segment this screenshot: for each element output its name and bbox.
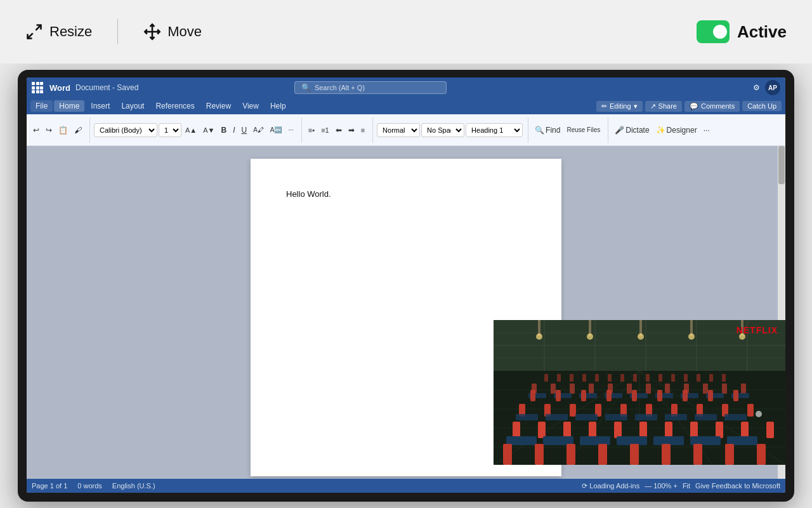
svg-rect-97 bbox=[563, 422, 571, 438]
statusbar-right: ⟳ Loading Add-ins — 100% + Fit Give Feed… bbox=[582, 482, 780, 490]
highlight-btn[interactable]: A🖍 bbox=[251, 121, 266, 139]
svg-rect-105 bbox=[766, 422, 774, 438]
word-content[interactable]: Hello World. bbox=[286, 189, 526, 199]
svg-rect-57 bbox=[722, 384, 727, 394]
netflix-scene bbox=[494, 320, 785, 465]
svg-point-122 bbox=[756, 411, 762, 417]
svg-rect-34 bbox=[570, 374, 573, 382]
comment-icon: 💬 bbox=[690, 102, 698, 110]
undo-btn[interactable]: ↩ bbox=[30, 121, 42, 139]
word-app-name: Word bbox=[49, 83, 70, 93]
format-painter-btn[interactable]: 🖌 bbox=[72, 121, 84, 139]
word-menubar: File Home Insert Layout References Revie… bbox=[27, 98, 785, 114]
svg-rect-115 bbox=[566, 444, 575, 465]
style-no-spacing[interactable]: No Spacing bbox=[421, 123, 464, 137]
reuse-files-btn[interactable]: Reuse Files bbox=[564, 121, 603, 139]
menu-file[interactable]: File bbox=[30, 100, 53, 112]
laptop-screen: Word Document - Saved 🔍 Search (Alt + Q)… bbox=[27, 77, 785, 493]
svg-rect-98 bbox=[589, 422, 596, 438]
menu-layout[interactable]: Layout bbox=[116, 100, 149, 112]
clipboard-btn[interactable]: 📋 bbox=[56, 121, 70, 139]
menu-review[interactable]: Review bbox=[201, 100, 236, 112]
catch-up-label: Catch Up bbox=[747, 102, 776, 110]
document-text[interactable]: Hello World. bbox=[286, 189, 331, 199]
svg-rect-69 bbox=[556, 390, 561, 401]
svg-rect-101 bbox=[665, 422, 672, 438]
feedback[interactable]: Give Feedback to Microsoft bbox=[695, 482, 780, 490]
user-avatar[interactable]: AP bbox=[765, 80, 780, 95]
style-heading[interactable]: Heading 1 bbox=[466, 123, 523, 137]
menu-home[interactable]: Home bbox=[54, 100, 84, 112]
top-bar-left: Resize Move bbox=[25, 19, 202, 44]
svg-rect-52 bbox=[627, 384, 632, 394]
more-options-btn[interactable]: ··· bbox=[701, 121, 712, 139]
svg-rect-76 bbox=[733, 390, 738, 401]
word-search[interactable]: 🔍 Search (Alt + Q) bbox=[294, 81, 447, 94]
align-btn[interactable]: ≡ bbox=[358, 121, 367, 139]
svg-point-15 bbox=[587, 333, 593, 340]
font-shrink-btn[interactable]: A▼ bbox=[200, 121, 217, 139]
redo-btn[interactable]: ↪ bbox=[43, 121, 55, 139]
editing-btn[interactable]: ✏ Editing ▾ bbox=[596, 101, 643, 112]
chevron-down-icon: ▾ bbox=[634, 102, 638, 110]
bold-btn[interactable]: B bbox=[218, 121, 229, 139]
active-badge: Active bbox=[697, 20, 787, 43]
font-grow-btn[interactable]: A▲ bbox=[183, 121, 199, 139]
menu-references[interactable]: References bbox=[150, 100, 199, 112]
size-selector[interactable]: 11 bbox=[159, 123, 181, 137]
svg-rect-92 bbox=[665, 414, 687, 420]
svg-rect-39 bbox=[633, 374, 637, 382]
dictate-btn[interactable]: 🎤 Dictate bbox=[612, 121, 652, 139]
font-selector[interactable]: Calibri (Body) bbox=[94, 123, 157, 137]
menu-insert[interactable]: Insert bbox=[86, 100, 115, 112]
fit-btn[interactable]: Fit bbox=[683, 482, 690, 490]
comments-btn[interactable]: 💬 Comments bbox=[684, 101, 740, 112]
share-btn[interactable]: ↗ Share bbox=[645, 101, 682, 112]
svg-rect-113 bbox=[503, 444, 512, 465]
underline-btn[interactable]: U bbox=[239, 121, 249, 139]
move-action[interactable]: Move bbox=[143, 23, 202, 41]
svg-rect-86 bbox=[747, 404, 754, 417]
ribbon-styles-group: Normal No Spacing Heading 1 bbox=[377, 117, 528, 143]
designer-btn[interactable]: ✨ Designer bbox=[653, 121, 700, 139]
menu-view[interactable]: View bbox=[237, 100, 264, 112]
top-bar: Resize Move Active bbox=[0, 0, 812, 64]
bullets-btn[interactable]: ≡• bbox=[306, 121, 317, 139]
resize-action[interactable]: Resize bbox=[25, 23, 92, 41]
style-normal[interactable]: Normal bbox=[377, 123, 420, 137]
svg-rect-40 bbox=[646, 374, 650, 382]
svg-rect-118 bbox=[662, 444, 671, 465]
outdent-btn[interactable]: ⬅ bbox=[333, 121, 344, 139]
apps-icon[interactable] bbox=[32, 82, 43, 93]
search-icon: 🔍 bbox=[301, 83, 311, 92]
word-titlebar: Word Document - Saved 🔍 Search (Alt + Q)… bbox=[27, 77, 785, 98]
find-btn[interactable]: 🔍 Find bbox=[532, 121, 563, 139]
svg-rect-114 bbox=[535, 444, 544, 465]
search-placeholder: Search (Alt + Q) bbox=[315, 84, 365, 91]
laptop-frame: Word Document - Saved 🔍 Search (Alt + Q)… bbox=[18, 70, 794, 502]
svg-rect-53 bbox=[646, 384, 651, 394]
svg-rect-120 bbox=[725, 444, 734, 465]
svg-rect-75 bbox=[708, 390, 713, 401]
numbering-btn[interactable]: ≡1 bbox=[318, 121, 332, 139]
svg-rect-87 bbox=[516, 414, 538, 420]
svg-rect-71 bbox=[606, 390, 612, 401]
menu-help[interactable]: Help bbox=[265, 100, 291, 112]
svg-rect-91 bbox=[635, 414, 657, 420]
move-label: Move bbox=[167, 23, 202, 40]
svg-rect-102 bbox=[690, 422, 698, 438]
active-icon bbox=[697, 20, 730, 43]
font-color-btn[interactable]: A🔤 bbox=[268, 121, 285, 139]
ribbon-dictate-group: 🎤 Dictate ✨ Designer ··· bbox=[612, 117, 717, 143]
settings-icon[interactable]: ⚙ bbox=[753, 83, 760, 92]
indent-btn[interactable]: ➡ bbox=[346, 121, 357, 139]
italic-btn[interactable]: I bbox=[230, 121, 237, 139]
more-btn[interactable]: ··· bbox=[286, 121, 296, 139]
catch-up-btn[interactable]: Catch Up bbox=[742, 101, 782, 111]
svg-rect-37 bbox=[608, 374, 612, 382]
netflix-overlay[interactable]: NETFLIX bbox=[494, 320, 785, 465]
scrollbar-thumb[interactable] bbox=[778, 146, 785, 184]
svg-rect-43 bbox=[684, 374, 688, 382]
word-document-area[interactable]: Hello World. NETFLIX bbox=[27, 146, 785, 479]
svg-rect-119 bbox=[693, 444, 702, 465]
